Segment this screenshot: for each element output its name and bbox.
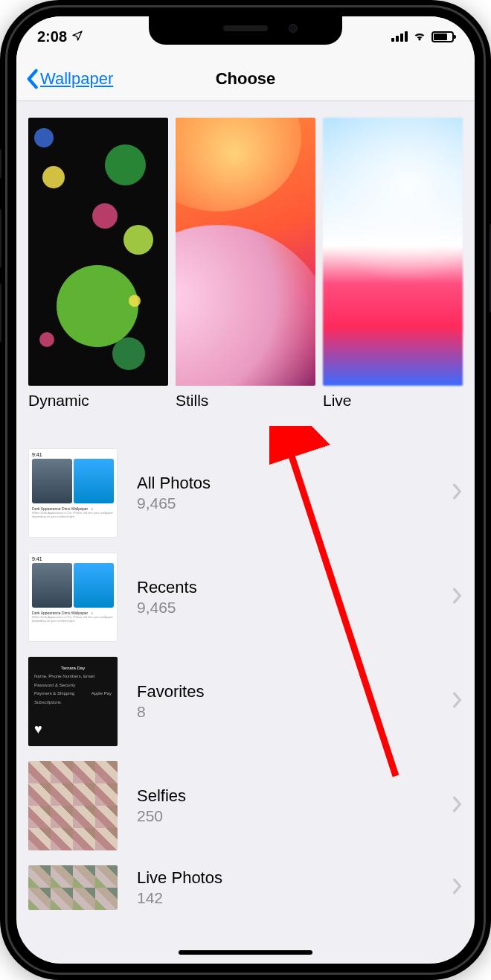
chevron-right-icon — [452, 692, 463, 711]
wifi-icon — [412, 28, 427, 45]
album-row-selfies[interactable]: Selfies 250 — [28, 754, 463, 858]
album-count: 250 — [137, 807, 433, 825]
back-label: Wallpaper — [40, 69, 113, 89]
album-row-recents[interactable]: 9:41 Dark Appearance Dims Wallpaper ○ Wh… — [28, 545, 463, 649]
back-button[interactable]: Wallpaper — [25, 69, 113, 89]
category-dynamic-thumb — [28, 118, 168, 386]
chevron-right-icon — [452, 483, 463, 503]
volume-down-button — [0, 283, 1, 343]
album-list: 9:41 Dark Appearance Dims Wallpaper ○ Wh… — [28, 441, 463, 917]
album-count: 9,465 — [137, 599, 433, 617]
cellular-icon — [391, 31, 408, 42]
album-thumb — [28, 761, 118, 850]
location-icon — [71, 28, 83, 45]
chevron-right-icon — [452, 878, 463, 897]
notch — [149, 16, 342, 45]
mute-switch — [0, 149, 1, 179]
device-frame: 2:08 Wallpaper Choose — [0, 0, 491, 980]
category-live-thumb — [323, 118, 463, 386]
album-thumb: 9:41 Dark Appearance Dims Wallpaper ○ Wh… — [28, 448, 118, 538]
album-row-favorites[interactable]: Tamara Day Name, Phone Numbers, Email Pa… — [28, 649, 463, 754]
battery-icon — [431, 31, 454, 42]
category-label: Stills — [176, 392, 315, 410]
album-thumb: 9:41 Dark Appearance Dims Wallpaper ○ Wh… — [28, 553, 118, 642]
wallpaper-categories: Dynamic Stills Live — [28, 118, 463, 410]
category-dynamic[interactable]: Dynamic — [28, 118, 168, 410]
screen: 2:08 Wallpaper Choose — [16, 16, 475, 964]
album-thumb: Tamara Day Name, Phone Numbers, Email Pa… — [28, 657, 118, 746]
album-title: Selfies — [137, 786, 433, 806]
chevron-left-icon — [25, 69, 39, 89]
nav-bar: Wallpaper Choose — [16, 57, 475, 101]
album-title: Recents — [137, 578, 433, 597]
category-label: Live — [323, 392, 463, 410]
home-indicator[interactable] — [179, 950, 312, 955]
category-label: Dynamic — [28, 392, 168, 410]
album-title: Favorites — [137, 682, 433, 701]
album-title: All Photos — [137, 474, 433, 493]
chevron-right-icon — [452, 588, 463, 607]
page-title: Choose — [216, 69, 276, 89]
category-stills-thumb — [176, 118, 315, 386]
category-live[interactable]: Live — [323, 118, 463, 410]
album-count: 9,465 — [137, 494, 433, 512]
status-time: 2:08 — [37, 28, 67, 45]
album-count: 142 — [137, 889, 433, 907]
album-count: 8 — [137, 703, 433, 721]
album-thumb — [28, 865, 118, 910]
album-row-live-photos[interactable]: Live Photos 142 — [28, 858, 463, 917]
heart-icon: ♥ — [34, 716, 42, 742]
category-stills[interactable]: Stills — [176, 118, 315, 410]
album-title: Live Photos — [137, 868, 433, 888]
album-row-all-photos[interactable]: 9:41 Dark Appearance Dims Wallpaper ○ Wh… — [28, 441, 463, 545]
chevron-right-icon — [452, 796, 463, 815]
volume-up-button — [0, 209, 1, 268]
